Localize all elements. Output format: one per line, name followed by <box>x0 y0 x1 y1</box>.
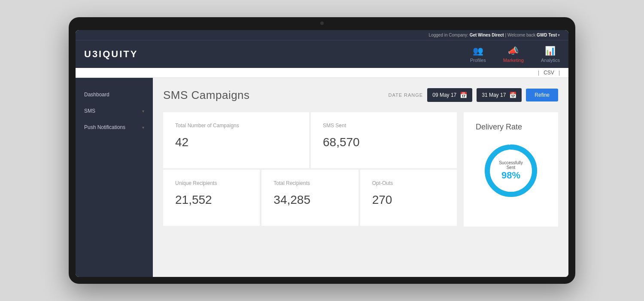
meta-bar: Logged in Company: Get Wines Direct | We… <box>76 30 568 40</box>
date-from-value: 09 May 17 <box>432 92 456 98</box>
stats-left: Total Number of Campaigns 42 SMS Sent 68… <box>163 112 457 227</box>
donut-center: Successfully Sent 98% <box>495 160 527 181</box>
stat-total-recipients: Total Recipients 34,285 <box>261 170 358 226</box>
sidebar-push-label: Push Notifications <box>84 124 125 130</box>
donut-value: 98% <box>495 170 527 181</box>
donut-label: Successfully Sent <box>495 160 527 170</box>
device-frame: Logged in Company: Get Wines Direct | We… <box>69 17 575 284</box>
page-header: SMS Campaigns DATE RANGE 09 May 17 📅 31 … <box>163 88 558 102</box>
welcome-label: | Welcome back <box>505 33 535 37</box>
stat-sms-sent-value: 68,570 <box>323 135 445 149</box>
stat-sms-sent: SMS Sent 68,570 <box>311 112 457 168</box>
cal-from-icon: 📅 <box>460 92 467 98</box>
date-to-value: 31 May 17 <box>482 92 506 98</box>
nav-item-marketing[interactable]: 📣 Marketing <box>503 41 524 67</box>
cal-to-icon: 📅 <box>509 92 516 98</box>
content-panel: SMS Campaigns DATE RANGE 09 May 17 📅 31 … <box>153 78 568 277</box>
stat-total-campaigns: Total Number of Campaigns 42 <box>163 112 309 168</box>
nav-item-profiles[interactable]: 👥 Profiles <box>470 41 486 67</box>
delivery-title: Delivery Rate <box>476 123 522 132</box>
dropdown-arrow[interactable]: ▾ <box>558 33 560 37</box>
csv-separator: | <box>538 70 539 76</box>
sidebar-item-push[interactable]: Push Notifications ▾ <box>76 119 153 135</box>
donut-wrapper: Successfully Sent 98% <box>476 138 546 203</box>
page-title: SMS Campaigns <box>163 89 250 102</box>
csv-button[interactable]: CSV <box>544 70 554 76</box>
stats-area: Total Number of Campaigns 42 SMS Sent 68… <box>163 112 558 227</box>
marketing-label: Marketing <box>503 58 524 63</box>
stats-row-1: Total Number of Campaigns 42 SMS Sent 68… <box>163 112 457 168</box>
stat-unique-label: Unique Recipients <box>175 180 248 186</box>
main-content: Dashboard SMS ▾ Push Notifications ▾ SMS… <box>76 78 568 277</box>
profiles-icon: 👥 <box>473 46 483 56</box>
date-from-input[interactable]: 09 May 17 📅 <box>427 88 472 102</box>
stat-optouts-label: Opt-Outs <box>372 180 445 186</box>
delivery-rate-card: Delivery Rate <box>464 112 558 227</box>
date-range-area: DATE RANGE 09 May 17 📅 31 May 17 📅 Refin… <box>389 88 558 102</box>
company-label: Logged in Company: <box>429 33 468 37</box>
stat-unique-recipients: Unique Recipients 21,552 <box>163 170 260 226</box>
logo-text: U3IQUITY <box>84 49 138 59</box>
sidebar-item-dashboard[interactable]: Dashboard <box>76 86 153 103</box>
sms-chevron: ▾ <box>142 109 144 114</box>
user-name: GWD Test <box>537 33 557 37</box>
sidebar-item-sms[interactable]: SMS ▾ <box>76 103 153 119</box>
app-container: Logged in Company: Get Wines Direct | We… <box>76 30 568 277</box>
sidebar: Dashboard SMS ▾ Push Notifications ▾ <box>76 78 153 277</box>
company-name: Get Wines Direct <box>470 33 504 37</box>
date-range-label: DATE RANGE <box>389 92 423 98</box>
stat-total-label: Total Recipients <box>273 180 346 186</box>
push-chevron: ▾ <box>142 125 144 130</box>
csv-bar: | CSV | <box>76 68 568 78</box>
analytics-icon: 📊 <box>545 46 556 56</box>
analytics-label: Analytics <box>541 58 560 63</box>
sidebar-sms-label: SMS <box>84 108 95 114</box>
stat-unique-value: 21,552 <box>175 193 248 207</box>
stat-optouts-value: 270 <box>372 193 445 207</box>
sidebar-dashboard-label: Dashboard <box>84 92 109 98</box>
refine-button[interactable]: Refine <box>526 89 558 101</box>
nav-items: 👥 Profiles 📣 Marketing 📊 Analytics <box>470 41 560 67</box>
stat-campaigns-value: 42 <box>175 135 297 149</box>
stat-sms-sent-label: SMS Sent <box>323 123 445 129</box>
nav-item-analytics[interactable]: 📊 Analytics <box>541 41 560 67</box>
marketing-icon: 📣 <box>508 46 519 56</box>
stat-campaigns-label: Total Number of Campaigns <box>175 123 297 129</box>
nav-bar: U3IQUITY 👥 Profiles 📣 Marketing 📊 Analyt… <box>76 40 568 68</box>
logo: U3IQUITY <box>84 49 470 60</box>
camera-dot <box>320 22 324 25</box>
donut-chart: Successfully Sent 98% <box>479 138 543 203</box>
date-to-input[interactable]: 31 May 17 📅 <box>477 88 522 102</box>
stat-total-value: 34,285 <box>273 193 346 207</box>
stats-row-2: Unique Recipients 21,552 Total Recipient… <box>163 170 457 226</box>
top-bar: Logged in Company: Get Wines Direct | We… <box>76 30 568 68</box>
profiles-label: Profiles <box>470 58 486 63</box>
stat-opt-outs: Opt-Outs 270 <box>360 170 457 226</box>
csv-separator2: | <box>559 70 560 76</box>
